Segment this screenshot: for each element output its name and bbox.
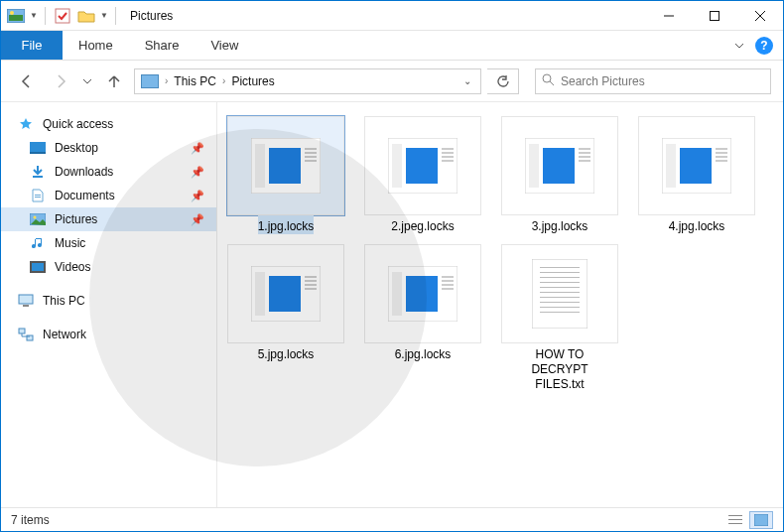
file-tab[interactable]: File (1, 31, 63, 60)
text-file-icon (501, 244, 618, 343)
svg-rect-51 (716, 160, 727, 162)
recent-locations-icon[interactable] (80, 67, 94, 95)
sidebar-network[interactable]: Network (1, 323, 216, 346)
svg-rect-19 (32, 263, 44, 271)
sidebar-item-label: Music (55, 236, 85, 250)
close-button[interactable] (737, 1, 783, 31)
titlebar: ▼ ▼ Pictures (1, 1, 783, 31)
svg-rect-56 (305, 280, 317, 282)
svg-rect-46 (666, 144, 676, 188)
search-icon (542, 73, 555, 89)
svg-rect-79 (728, 523, 742, 524)
expand-ribbon-icon[interactable] (731, 38, 747, 54)
item-count: 7 items (11, 513, 50, 527)
svg-rect-42 (579, 152, 590, 154)
search-placeholder: Search Pictures (561, 74, 645, 88)
tab-share[interactable]: Share (129, 31, 196, 60)
svg-rect-39 (529, 144, 539, 188)
sidebar-item-downloads[interactable]: Downloads 📌 (1, 160, 216, 184)
app-icon (5, 5, 27, 27)
maximize-button[interactable] (692, 1, 737, 31)
chevron-right-icon[interactable]: › (163, 75, 170, 86)
svg-rect-35 (442, 152, 454, 154)
generic-file-icon (227, 244, 344, 343)
sidebar-item-label: Downloads (55, 165, 113, 179)
minimize-button[interactable] (646, 1, 692, 31)
file-name-label: 1.jpg.locks (258, 215, 315, 234)
videos-icon (29, 260, 47, 274)
pin-icon: 📌 (191, 190, 204, 202)
generic-file-icon (638, 116, 755, 215)
svg-rect-32 (392, 144, 402, 188)
file-item[interactable]: 3.jpg.locks (501, 116, 618, 234)
svg-rect-29 (305, 156, 317, 158)
sidebar-item-label: This PC (43, 294, 85, 308)
nav-up-button[interactable] (100, 67, 128, 95)
tab-home[interactable]: Home (63, 31, 129, 60)
svg-rect-20 (19, 295, 33, 304)
file-item[interactable]: 1.jpg.locks (227, 116, 344, 234)
window-title: Pictures (124, 9, 173, 23)
new-folder-icon[interactable] (75, 5, 97, 27)
file-list-pane[interactable]: 1.jpg.locks2.jpeg.locks3.jpg.locks4.jpg.… (217, 102, 783, 507)
svg-rect-69 (540, 277, 580, 278)
large-icons-view-button[interactable] (749, 511, 773, 529)
svg-rect-74 (540, 302, 580, 303)
refresh-button[interactable] (487, 68, 519, 94)
pin-icon: 📌 (191, 166, 204, 179)
sidebar-item-label: Pictures (55, 212, 97, 226)
svg-rect-65 (442, 288, 454, 290)
svg-rect-6 (711, 11, 719, 20)
sidebar-quick-access[interactable]: Quick access (1, 112, 216, 136)
address-bar[interactable]: › This PC › Pictures ⌄ (134, 68, 481, 94)
svg-rect-76 (540, 312, 580, 313)
nav-forward-button[interactable] (47, 67, 74, 95)
svg-rect-34 (442, 148, 454, 150)
documents-icon (29, 189, 47, 202)
address-bar-row: › This PC › Pictures ⌄ Search Pictures (1, 61, 783, 102)
generic-file-icon (364, 244, 481, 343)
svg-rect-26 (269, 148, 301, 184)
sidebar-item-videos[interactable]: Videos (1, 255, 216, 279)
file-item[interactable]: 6.jpg.locks (364, 244, 481, 392)
nav-back-button[interactable] (13, 67, 41, 95)
chevron-right-icon[interactable]: › (220, 75, 227, 86)
svg-rect-67 (540, 267, 580, 268)
separator (115, 7, 116, 25)
file-item[interactable]: 2.jpeg.locks (364, 116, 481, 234)
file-name-label: 4.jpg.locks (669, 215, 725, 234)
qat-dropdown-icon[interactable]: ▼ (99, 5, 109, 27)
properties-icon[interactable] (52, 5, 73, 27)
downloads-icon (29, 165, 47, 179)
breadcrumb-this-pc[interactable]: This PC (170, 74, 220, 88)
svg-rect-75 (540, 307, 580, 308)
qat-dropdown-icon[interactable]: ▼ (29, 5, 39, 27)
file-item[interactable]: HOW TO DECRYPT FILES.txt (501, 244, 618, 392)
search-input[interactable]: Search Pictures (535, 68, 771, 94)
tab-view[interactable]: View (195, 31, 254, 60)
address-dropdown-icon[interactable]: ⌄ (458, 75, 476, 86)
svg-rect-14 (35, 195, 41, 196)
pictures-icon (29, 212, 47, 226)
pin-icon: 📌 (191, 142, 204, 155)
svg-rect-57 (305, 284, 317, 286)
details-view-button[interactable] (723, 511, 747, 529)
svg-rect-55 (305, 276, 317, 278)
breadcrumb-pictures[interactable]: Pictures (227, 74, 278, 88)
sidebar-item-documents[interactable]: Documents 📌 (1, 184, 216, 207)
svg-rect-68 (540, 272, 580, 273)
sidebar-item-music[interactable]: Music (1, 231, 216, 255)
sidebar-item-pictures[interactable]: Pictures 📌 (1, 207, 216, 231)
help-icon[interactable]: ? (755, 37, 773, 55)
file-name-label: 5.jpg.locks (258, 343, 315, 362)
sidebar-item-label: Network (43, 328, 86, 341)
file-item[interactable]: 5.jpg.locks (227, 244, 344, 392)
sidebar-item-desktop[interactable]: Desktop 📌 (1, 136, 216, 160)
pictures-folder-icon (141, 74, 159, 88)
file-item[interactable]: 4.jpg.locks (638, 116, 755, 234)
sidebar-this-pc[interactable]: This PC (1, 289, 216, 313)
svg-rect-4 (56, 9, 69, 23)
file-name-label: 6.jpg.locks (395, 343, 452, 362)
svg-rect-70 (540, 282, 580, 283)
generic-file-icon (501, 116, 618, 215)
